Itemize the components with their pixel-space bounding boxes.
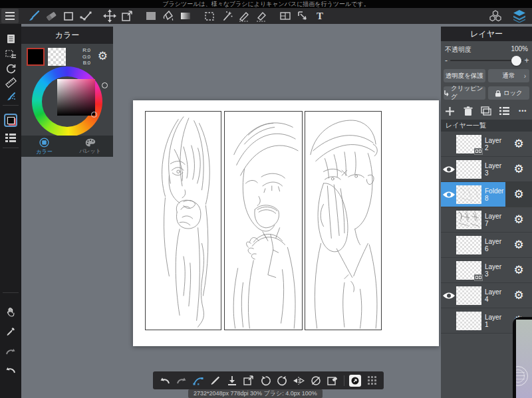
layer-thumbnail[interactable] xyxy=(456,261,481,280)
magic-wand-tool-icon[interactable] xyxy=(218,9,235,23)
rotate-canvas-icon[interactable] xyxy=(0,61,21,76)
layer-settings-button[interactable]: ⚙ xyxy=(505,258,532,283)
layer-row-layer2[interactable]: Layer2 ⚙ xyxy=(441,132,532,157)
save-icon[interactable] xyxy=(224,373,239,389)
layer-settings-button[interactable]: ⚙ xyxy=(505,207,532,233)
tab-palette-label: パレット xyxy=(79,148,101,155)
drawing-canvas[interactable] xyxy=(133,100,439,346)
eraser-tool-icon[interactable] xyxy=(43,9,60,23)
hue-cursor[interactable] xyxy=(102,82,108,88)
rotate-cw-icon[interactable] xyxy=(275,373,290,389)
pen-tool-icon[interactable] xyxy=(207,373,223,389)
frame-divide-tool-icon[interactable] xyxy=(277,9,294,23)
layer-row-folder8[interactable]: Folder 8 ⚙ xyxy=(441,182,532,207)
drag-handle-icon[interactable] xyxy=(364,373,380,389)
layer-list-toggle-icon[interactable] xyxy=(0,130,21,145)
layer-settings-button[interactable]: ⚙ xyxy=(505,233,532,258)
select-menu-icon[interactable] xyxy=(0,47,21,62)
layer-settings-button[interactable]: ⚙ xyxy=(505,283,532,308)
foreground-color-swatch[interactable] xyxy=(27,48,45,66)
redo-icon[interactable] xyxy=(174,373,189,389)
layer-thumbnail[interactable] xyxy=(456,236,481,254)
opacity-slider-track[interactable] xyxy=(450,60,523,61)
duplicate-layer-icon[interactable] xyxy=(479,104,493,118)
opacity-plus[interactable]: + xyxy=(523,56,531,65)
select-tool-icon[interactable] xyxy=(201,9,218,23)
lock-icon xyxy=(495,90,501,97)
layers-panel-toggle-icon[interactable] xyxy=(511,9,528,23)
layer-thumbnail[interactable] xyxy=(456,160,481,179)
frame-badge-icon xyxy=(474,274,483,281)
gradient-tool-icon[interactable] xyxy=(177,9,194,23)
opacity-slider-knob[interactable] xyxy=(511,56,521,66)
text-tool-icon[interactable]: T xyxy=(311,9,329,23)
rotate-ccw-icon[interactable] xyxy=(257,373,273,389)
operation-cursor-tool-icon[interactable] xyxy=(294,9,311,23)
ruler-icon[interactable] xyxy=(0,75,21,90)
eyedropper-tool-icon[interactable] xyxy=(0,324,21,339)
layer-list-icon[interactable] xyxy=(497,104,512,118)
hand-tool-icon[interactable] xyxy=(0,304,21,319)
layer-settings-button[interactable]: ⚙ xyxy=(505,132,532,157)
bucket-tool-icon[interactable] xyxy=(160,9,177,23)
move-tool-icon[interactable] xyxy=(101,9,118,23)
lock-button[interactable]: ロック xyxy=(488,86,530,100)
select-pen-tool-icon[interactable] xyxy=(235,9,253,23)
layer-thumbnail[interactable] xyxy=(456,286,481,305)
side-toolbar xyxy=(0,24,21,398)
opacity-minus[interactable]: - xyxy=(442,56,450,65)
tab-color[interactable]: カラー xyxy=(21,136,67,157)
layer-row-layer6[interactable]: Layer6 ⚙ xyxy=(441,233,532,258)
select-eraser-tool-icon[interactable] xyxy=(253,9,270,23)
layer-thumbnail[interactable] xyxy=(456,185,481,204)
blend-mode-button[interactable]: 通常 › xyxy=(488,69,530,82)
brush-tool-icon[interactable] xyxy=(25,9,43,23)
delete-layer-icon[interactable] xyxy=(461,104,475,118)
color-panel-toggle-icon[interactable] xyxy=(0,112,21,129)
layer-settings-button[interactable]: ⚙ xyxy=(505,157,532,182)
visibility-eye-icon[interactable] xyxy=(441,157,456,182)
flip-horizontal-icon[interactable] xyxy=(291,373,307,389)
opacity-slider[interactable]: - + xyxy=(442,54,531,66)
export-icon[interactable] xyxy=(241,373,256,389)
material-3d-icon[interactable] xyxy=(487,9,504,23)
layer-row-layer3b[interactable]: Layer3 ⚙ xyxy=(441,258,532,283)
protect-alpha-button[interactable]: 透明度を保護 xyxy=(444,69,485,82)
visibility-eye-icon[interactable] xyxy=(441,182,456,207)
transform-tool-icon[interactable] xyxy=(118,9,136,23)
add-layer-icon[interactable] xyxy=(443,104,458,118)
sv-cursor[interactable] xyxy=(91,112,97,118)
shape-rect-tool-icon[interactable] xyxy=(60,9,77,23)
quick-color-button[interactable] xyxy=(348,373,363,389)
reset-rotation-icon[interactable] xyxy=(308,373,323,389)
rgb-b: B:0 xyxy=(82,60,90,66)
visibility-eye-icon[interactable] xyxy=(441,283,456,308)
fill-swatch-icon[interactable] xyxy=(142,9,160,23)
canvas-status-text: 2732*2048px 778dpi 30% ブラシ: 4.0px 100% xyxy=(194,389,317,398)
more-options-icon[interactable]: ••• xyxy=(515,104,530,118)
layer-thumbnail[interactable] xyxy=(456,211,481,229)
clear-layer-icon[interactable] xyxy=(325,373,340,389)
undo-icon[interactable] xyxy=(157,373,172,389)
redo-icon[interactable] xyxy=(0,344,21,359)
layer-row-layer7[interactable]: Layer7 ⚙ xyxy=(441,207,532,233)
layer-thumbnail[interactable] xyxy=(456,312,481,330)
layer-row-layer3[interactable]: Layer3 ⚙ xyxy=(441,157,532,182)
layer-name: Layer6 xyxy=(481,238,505,252)
hue-ring[interactable] xyxy=(32,66,102,137)
polyline-tool-icon[interactable] xyxy=(77,9,94,23)
clipping-button[interactable]: クリッピング xyxy=(444,86,485,100)
snap-tool-icon[interactable] xyxy=(190,373,205,389)
saturation-value-square[interactable] xyxy=(57,79,95,116)
layer-row-layer4[interactable]: Layer4 ⚙ xyxy=(441,283,532,308)
color-settings-gear-icon[interactable]: ⚙ xyxy=(98,49,108,63)
layer-thumbnail[interactable] xyxy=(456,135,481,153)
undo-icon[interactable] xyxy=(0,363,21,377)
tab-palette[interactable]: パレット xyxy=(67,136,113,157)
document-pages-icon[interactable] xyxy=(0,32,21,47)
layer-settings-button[interactable]: ⚙ xyxy=(505,182,532,207)
floating-reference-window[interactable] xyxy=(513,317,532,398)
material-brush-icon[interactable] xyxy=(0,89,21,104)
transparent-color-swatch[interactable] xyxy=(48,48,66,66)
menu-icon[interactable] xyxy=(1,9,19,23)
